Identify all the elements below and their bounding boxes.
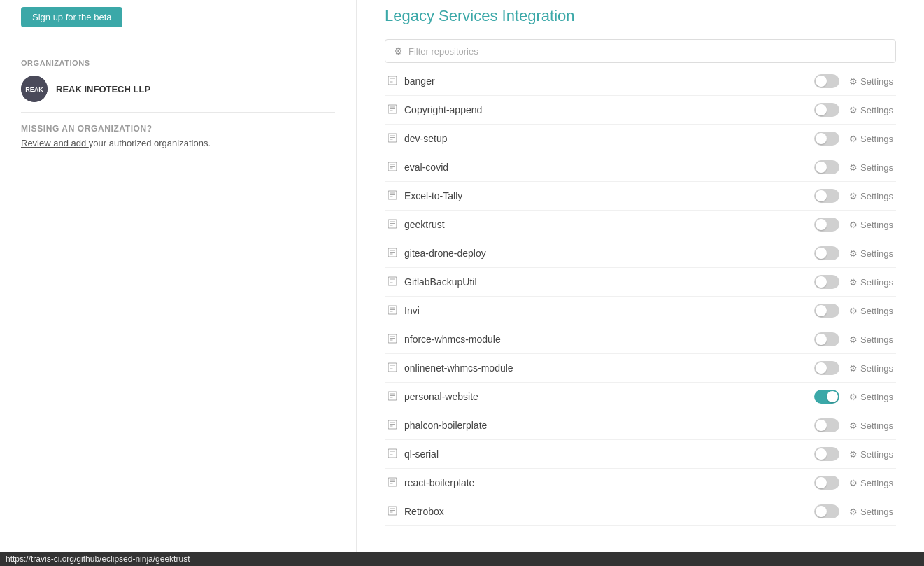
toggle-switch[interactable] <box>814 476 839 490</box>
repo-name: GitlabBackupUtil <box>404 276 814 288</box>
settings-label: Settings <box>860 220 893 230</box>
gear-icon: ⚙ <box>849 334 858 345</box>
toggle-container[interactable] <box>814 275 839 289</box>
toggle-container[interactable] <box>814 390 839 404</box>
repo-name: Invi <box>404 305 814 316</box>
status-bar: https://travis-ci.org/github/eclipsed-ni… <box>0 552 924 566</box>
repo-name: eval-covid <box>404 162 814 173</box>
repo-name: banger <box>404 76 814 87</box>
settings-link[interactable]: ⚙ Settings <box>849 134 893 144</box>
settings-link[interactable]: ⚙ Settings <box>849 248 893 259</box>
repo-icon <box>388 76 397 87</box>
gear-icon: ⚙ <box>849 478 858 488</box>
toggle-switch[interactable] <box>814 304 839 318</box>
settings-link[interactable]: ⚙ Settings <box>849 220 893 230</box>
toggle-container[interactable] <box>814 332 839 346</box>
settings-label: Settings <box>860 191 893 201</box>
settings-link[interactable]: ⚙ Settings <box>849 363 893 374</box>
repo-name: ql-serial <box>404 448 814 460</box>
repo-icon <box>388 305 397 317</box>
review-add-link[interactable]: Review and add <box>21 138 89 148</box>
toggle-container[interactable] <box>814 132 839 146</box>
repo-name: onlinenet-whmcs-module <box>404 362 814 374</box>
gear-icon: ⚙ <box>849 105 858 115</box>
settings-label: Settings <box>860 478 893 488</box>
toggle-switch[interactable] <box>814 504 839 518</box>
toggle-switch[interactable] <box>814 390 839 404</box>
repo-row: phalcon-boilerplate ⚙ Settings <box>385 411 896 440</box>
toggle-container[interactable] <box>814 103 839 117</box>
settings-link[interactable]: ⚙ Settings <box>849 334 893 345</box>
repo-name: nforce-whmcs-module <box>404 334 814 345</box>
toggle-switch[interactable] <box>814 332 839 346</box>
repo-name: personal-website <box>404 391 814 402</box>
repo-row: ql-serial ⚙ Settings <box>385 440 896 469</box>
toggle-container[interactable] <box>814 246 839 260</box>
toggle-switch[interactable] <box>814 246 839 260</box>
settings-link[interactable]: ⚙ Settings <box>849 478 893 488</box>
repo-icon <box>388 334 397 346</box>
repo-name: geektrust <box>404 219 814 230</box>
toggle-container[interactable] <box>814 160 839 174</box>
toggle-switch[interactable] <box>814 103 839 117</box>
toggle-container[interactable] <box>814 189 839 203</box>
repo-icon <box>388 420 397 432</box>
missing-org-section: Missing an organization? Review and add … <box>21 124 335 148</box>
repo-icon <box>388 248 397 260</box>
toggle-switch[interactable] <box>814 447 839 461</box>
repo-row: eval-covid ⚙ Settings <box>385 153 896 182</box>
settings-link[interactable]: ⚙ Settings <box>849 76 893 87</box>
settings-label: Settings <box>860 449 893 460</box>
settings-link[interactable]: ⚙ Settings <box>849 105 893 115</box>
org-item[interactable]: REAK REAK INFOTECH LLP <box>21 76 335 102</box>
settings-label: Settings <box>860 420 893 431</box>
org-avatar: REAK <box>21 76 48 102</box>
repo-icon <box>388 133 397 145</box>
gear-icon: ⚙ <box>849 76 858 87</box>
toggle-switch[interactable] <box>814 361 839 375</box>
settings-label: Settings <box>860 507 893 517</box>
toggle-container[interactable] <box>814 504 839 518</box>
repo-name: dev-setup <box>404 133 814 144</box>
toggle-switch[interactable] <box>814 74 839 88</box>
settings-link[interactable]: ⚙ Settings <box>849 449 893 460</box>
settings-label: Settings <box>860 162 893 173</box>
svg-text:REAK: REAK <box>25 86 43 93</box>
settings-link[interactable]: ⚙ Settings <box>849 306 893 316</box>
missing-org-rest: your authorized organizations. <box>89 138 211 148</box>
settings-link[interactable]: ⚙ Settings <box>849 162 893 173</box>
settings-label: Settings <box>860 363 893 374</box>
gear-icon: ⚙ <box>849 507 858 517</box>
toggle-switch[interactable] <box>814 418 839 432</box>
settings-label: Settings <box>860 248 893 259</box>
settings-link[interactable]: ⚙ Settings <box>849 420 893 431</box>
toggle-container[interactable] <box>814 418 839 432</box>
toggle-container[interactable] <box>814 476 839 490</box>
settings-link[interactable]: ⚙ Settings <box>849 392 893 402</box>
settings-link[interactable]: ⚙ Settings <box>849 277 893 288</box>
divider-top <box>21 50 335 50</box>
repo-icon <box>388 506 397 518</box>
filter-input[interactable] <box>408 46 887 57</box>
repo-name: Excel-to-Tally <box>404 190 814 201</box>
settings-link[interactable]: ⚙ Settings <box>849 191 893 201</box>
settings-label: Settings <box>860 334 893 345</box>
repo-name: gitea-drone-deploy <box>404 248 814 259</box>
toggle-switch[interactable] <box>814 132 839 146</box>
toggle-switch[interactable] <box>814 218 839 232</box>
toggle-container[interactable] <box>814 304 839 318</box>
gear-icon: ⚙ <box>849 191 858 201</box>
filter-icon: ⚙ <box>394 45 403 57</box>
toggle-container[interactable] <box>814 447 839 461</box>
gear-icon: ⚙ <box>849 420 858 431</box>
org-name: REAK INFOTECH LLP <box>56 84 150 94</box>
repo-row: gitea-drone-deploy ⚙ Settings <box>385 239 896 268</box>
toggle-switch[interactable] <box>814 189 839 203</box>
settings-link[interactable]: ⚙ Settings <box>849 507 893 517</box>
toggle-container[interactable] <box>814 74 839 88</box>
toggle-container[interactable] <box>814 218 839 232</box>
toggle-switch[interactable] <box>814 275 839 289</box>
toggle-container[interactable] <box>814 361 839 375</box>
beta-button[interactable]: Sign up for the beta <box>21 7 122 27</box>
toggle-switch[interactable] <box>814 160 839 174</box>
